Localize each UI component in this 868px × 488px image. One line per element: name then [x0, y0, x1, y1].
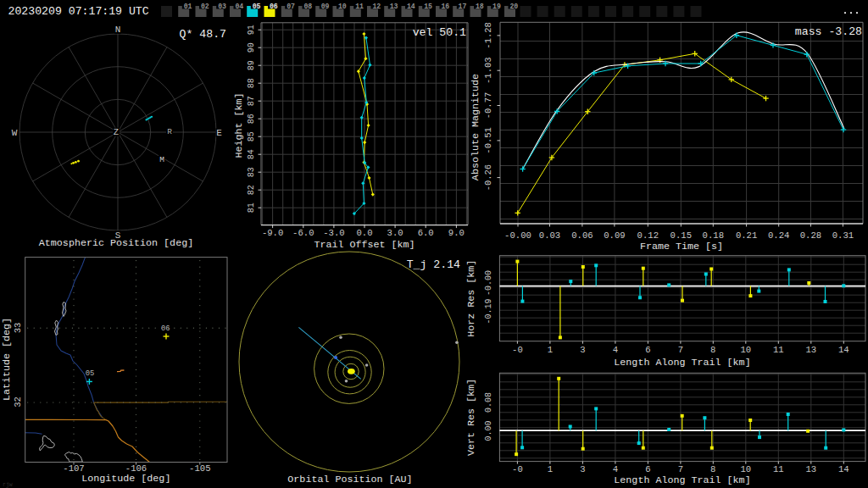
svg-text:0.0: 0.0: [356, 228, 372, 238]
svg-text:0.06: 0.06: [571, 230, 593, 241]
svg-text:83: 83: [247, 167, 256, 177]
svg-text:86: 86: [247, 114, 256, 124]
svg-text:8: 8: [710, 464, 715, 474]
svg-text:-0.26: -0.26: [483, 164, 493, 191]
svg-text:10: 10: [740, 464, 751, 474]
svg-text:87: 87: [247, 96, 256, 106]
svg-text:Trail Offset [km]: Trail Offset [km]: [314, 239, 415, 251]
svg-text:N: N: [115, 25, 121, 35]
svg-text:89: 89: [247, 60, 256, 70]
svg-text:Longitude [deg]: Longitude [deg]: [81, 473, 170, 485]
svg-text:Vert Res [km]: Vert Res [km]: [465, 379, 477, 456]
svg-text:0.15: 0.15: [670, 230, 692, 241]
svg-text:0.03: 0.03: [539, 230, 560, 241]
svg-text:10: 10: [740, 345, 751, 355]
svg-text:9.0: 9.0: [448, 228, 465, 238]
svg-text:Orbital Position [AU]: Orbital Position [AU]: [287, 474, 412, 485]
svg-text:-0.00: -0.00: [504, 230, 531, 241]
svg-text:3: 3: [580, 464, 585, 474]
svg-text:-105: -105: [189, 463, 210, 474]
svg-text:E: E: [216, 128, 222, 138]
svg-text:82: 82: [247, 185, 256, 195]
svg-text:7: 7: [678, 464, 683, 474]
svg-text:07: 07: [287, 3, 295, 10]
svg-text:Q* 48.7: Q* 48.7: [180, 28, 226, 41]
svg-text:20230209 07:17:19 UTC: 20230209 07:17:19 UTC: [8, 5, 149, 18]
svg-text:3: 3: [580, 345, 585, 355]
svg-text:-107: -107: [63, 463, 84, 474]
svg-text:7: 7: [678, 345, 683, 355]
svg-text:0.12: 0.12: [637, 230, 659, 241]
svg-text:11: 11: [773, 464, 784, 474]
svg-text:09: 09: [321, 3, 330, 10]
svg-text:12: 12: [372, 3, 381, 10]
svg-text:vel 50.1: vel 50.1: [413, 26, 466, 39]
svg-text:6: 6: [645, 345, 650, 355]
svg-text:81: 81: [247, 202, 256, 213]
svg-text:0.24: 0.24: [768, 230, 789, 241]
svg-text:-106: -106: [125, 463, 147, 474]
svg-text:Length Along Trail [km]: Length Along Trail [km]: [614, 357, 750, 369]
svg-text:W: W: [12, 128, 18, 138]
svg-text:1: 1: [548, 464, 553, 474]
svg-text:06: 06: [161, 324, 170, 333]
svg-text:05: 05: [86, 369, 95, 378]
svg-text:84: 84: [247, 149, 256, 159]
svg-text:14: 14: [838, 345, 849, 355]
svg-text:04: 04: [235, 3, 243, 10]
svg-text:Length Along Trail [km]: Length Along Trail [km]: [614, 474, 750, 486]
svg-text:08: 08: [303, 3, 312, 10]
svg-text:19: 19: [492, 3, 501, 10]
svg-text:11: 11: [355, 3, 364, 10]
svg-text:0.18: 0.18: [703, 230, 724, 241]
svg-text:-0.19: -0.19: [484, 298, 493, 324]
svg-text:Absolute Magnitude: Absolute Magnitude: [470, 74, 481, 180]
svg-text:88: 88: [247, 78, 256, 88]
svg-text:-0.00: -0.00: [484, 270, 493, 296]
svg-text:Latitude [deg]: Latitude [deg]: [1, 318, 13, 401]
svg-text:85: 85: [247, 131, 256, 141]
svg-text:17: 17: [459, 3, 467, 10]
svg-text:15: 15: [424, 3, 432, 10]
svg-text:05: 05: [253, 3, 261, 10]
svg-text:13: 13: [390, 3, 398, 10]
svg-text:11: 11: [773, 345, 784, 355]
svg-text:1: 1: [548, 345, 553, 355]
svg-text:6.0: 6.0: [418, 228, 434, 238]
svg-text:6: 6: [645, 464, 650, 474]
svg-text:01: 01: [184, 3, 192, 10]
svg-text:33: 33: [13, 323, 23, 334]
svg-text:20: 20: [509, 3, 518, 10]
svg-text:0.08: 0.08: [484, 392, 493, 413]
svg-text:0.09: 0.09: [604, 230, 625, 241]
svg-text:4: 4: [613, 345, 618, 355]
svg-text:-1.28: -1.28: [483, 22, 493, 49]
svg-text:03: 03: [218, 3, 226, 10]
svg-text:18: 18: [476, 3, 484, 10]
svg-text:0.00: 0.00: [484, 420, 493, 441]
svg-text:0.28: 0.28: [800, 230, 821, 241]
svg-text:3.0: 3.0: [387, 228, 403, 238]
svg-text:-0: -0: [512, 345, 523, 355]
svg-text:mass -3.28: mass -3.28: [795, 25, 862, 38]
svg-text:Atmospheric Position [deg]: Atmospheric Position [deg]: [39, 237, 193, 249]
svg-text:14: 14: [838, 464, 849, 474]
svg-text:Height [km]: Height [km]: [233, 92, 245, 158]
svg-text:0.21: 0.21: [736, 230, 757, 241]
svg-text:-3.0: -3.0: [323, 228, 344, 238]
svg-text:0.31: 0.31: [832, 230, 854, 241]
svg-text:-9.0: -9.0: [262, 228, 283, 238]
svg-text:Frame Time [s]: Frame Time [s]: [640, 241, 723, 252]
svg-text:rjw: rjw: [3, 482, 13, 488]
svg-text:4: 4: [613, 464, 618, 474]
svg-text:16: 16: [441, 3, 449, 10]
svg-text:10: 10: [338, 3, 347, 10]
svg-text:-0: -0: [512, 464, 523, 474]
svg-text:8: 8: [710, 345, 715, 355]
svg-text:13: 13: [805, 345, 816, 355]
svg-text:32: 32: [13, 396, 23, 408]
svg-text:Horz Res [km]: Horz Res [km]: [465, 260, 477, 337]
svg-text:02: 02: [201, 3, 209, 10]
svg-text:06: 06: [270, 3, 278, 10]
svg-text:90: 90: [247, 42, 256, 53]
